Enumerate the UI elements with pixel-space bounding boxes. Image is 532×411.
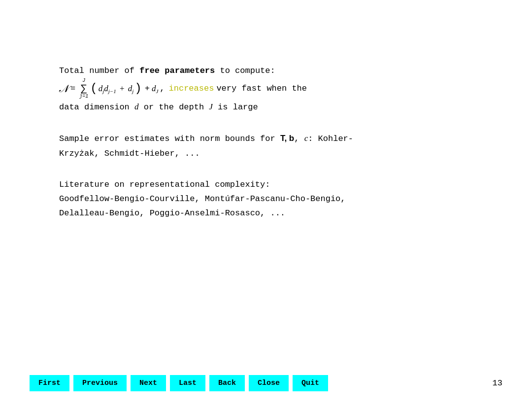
line-sample-error-1: Sample error estimates with norm bounds … [59, 132, 493, 145]
math-equals: = [70, 80, 75, 97]
math-comma: , [160, 80, 165, 97]
page-number: 13 [493, 378, 502, 388]
paragraph-free-parameters: Total number of free parameters to compu… [59, 64, 493, 114]
text-is-large: is large [213, 103, 258, 112]
text-comma-c: , c: Kohler- [294, 134, 353, 143]
previous-button[interactable]: Previous [73, 375, 127, 391]
math-dJ: dJ [152, 80, 158, 97]
line-literature-1: Literature on representational complexit… [59, 178, 493, 191]
line-sample-error-2: Krzyżak, Schmidt-Hieber, ... [59, 147, 493, 160]
navigation-bar: First Previous Next Last Back Close Quit… [30, 375, 502, 391]
line-dimension: data dimension d or the depth J is large [59, 100, 493, 114]
paragraph-sample-error: Sample error estimates with norm bounds … [59, 132, 493, 160]
text-literature-title: Literature on representational complexit… [59, 180, 270, 189]
text-increases: increases [169, 80, 214, 97]
close-button[interactable]: Close [249, 375, 289, 391]
paragraph-literature: Literature on representational complexit… [59, 178, 493, 220]
math-sigma: J ∑ j=1 [79, 78, 88, 99]
line-literature-3: Delalleau-Bengio, Poggio-Anselmi-Rosasco… [59, 206, 493, 220]
line-1: Total number of free parameters to compu… [59, 64, 493, 77]
math-expr: djdj−1 + dj [99, 80, 134, 97]
text-free-parameters: free parameters [139, 66, 215, 75]
math-J: J [209, 102, 213, 111]
text-literature-authors-2: Delalleau-Bengio, Poggio-Anselmi-Rosasco… [59, 208, 285, 218]
next-button[interactable]: Next [131, 375, 166, 391]
text-or-the-depth: or the depth [139, 103, 209, 112]
quit-button[interactable]: Quit [293, 375, 328, 391]
last-button[interactable]: Last [170, 375, 205, 391]
math-plus: + [145, 80, 150, 97]
formula-line: 𝒩 = J ∑ j=1 ( djdj−1 + dj ) + dJ , incre… [59, 78, 493, 99]
text-to-compute: to compute: [215, 66, 275, 75]
math-d: d [134, 102, 139, 111]
back-button[interactable]: Back [209, 375, 245, 391]
text-data-dimension: data dimension [59, 103, 134, 112]
math-close-paren: ) [134, 83, 141, 95]
text-total-number: Total number of [59, 66, 139, 75]
first-button[interactable]: First [30, 375, 69, 391]
text-sample-error-pre: Sample error estimates with norm bounds … [59, 134, 280, 143]
line-literature-2: Goodfellow-Bengio-Courville, Montúfar-Pa… [59, 192, 493, 206]
math-open-paren: ( [90, 83, 97, 95]
math-T-b: T, b [280, 134, 294, 143]
main-content: Total number of free parameters to compu… [59, 64, 493, 238]
math-N: 𝒩 [59, 78, 67, 99]
text-very-fast-when-the: very fast when the [216, 80, 307, 97]
text-literature-authors-1: Goodfellow-Bengio-Courville, Montúfar-Pa… [59, 194, 346, 204]
text-krzyzak: Krzyżak, Schmidt-Hieber, ... [59, 149, 200, 158]
